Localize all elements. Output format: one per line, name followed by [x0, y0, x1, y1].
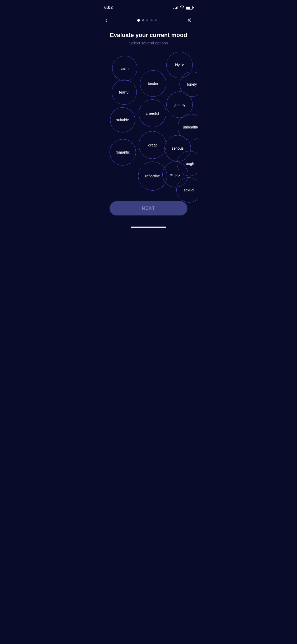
home-indicator: [131, 227, 166, 228]
bubble-romantic[interactable]: romantic: [110, 139, 136, 165]
dot-2: [142, 19, 144, 21]
next-button[interactable]: NEXT: [110, 201, 187, 215]
back-button[interactable]: ‹: [104, 16, 108, 25]
bubble-tender[interactable]: tender: [140, 70, 166, 97]
status-icons: [173, 6, 193, 10]
page-subtitle: Select several options: [107, 41, 190, 45]
dot-3: [146, 19, 148, 21]
close-button[interactable]: ✕: [186, 16, 193, 25]
status-bar: 6:02: [99, 0, 198, 12]
progress-dots: [137, 19, 157, 22]
dot-1: [137, 19, 140, 22]
dot-5: [155, 19, 157, 21]
signal-icon: [173, 6, 178, 9]
status-time: 6:02: [104, 5, 113, 10]
bubble-reflective[interactable]: reflective: [138, 162, 167, 191]
title-section: Evaluate your current mood Select severa…: [99, 29, 198, 45]
bubble-great[interactable]: great: [139, 131, 166, 159]
bubble-cheerful[interactable]: cheerful: [139, 99, 166, 127]
dot-4: [150, 19, 153, 21]
bubble-suitable[interactable]: suitable: [110, 107, 135, 132]
page-title: Evaluate your current mood: [107, 32, 190, 39]
bubble-fearful[interactable]: fearful: [112, 80, 137, 105]
wifi-icon: [180, 6, 184, 10]
bubbles-container: calmidyllictenderlonelyfearfulgloomychee…: [99, 48, 198, 196]
bubble-calm[interactable]: calm: [112, 56, 137, 81]
battery-icon: [186, 6, 193, 10]
nav-bar: ‹ ✕: [99, 12, 198, 29]
